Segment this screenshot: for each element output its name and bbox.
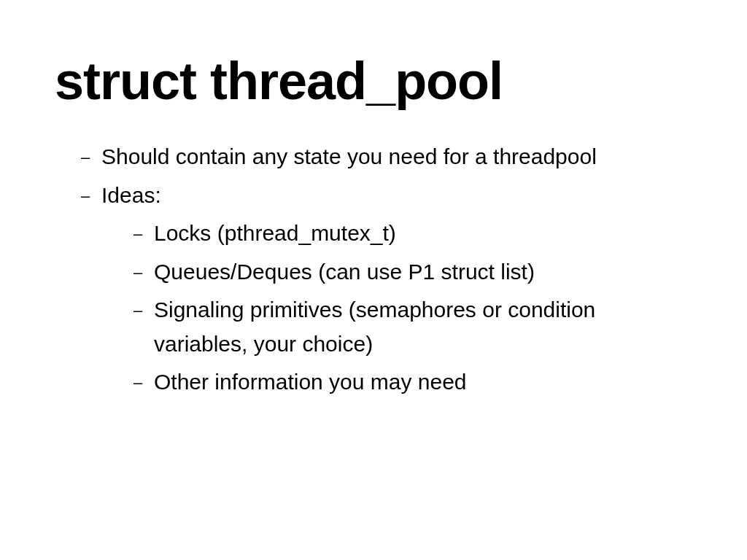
bullet-text: Ideas: (101, 179, 692, 213)
bullet-text: Signaling primitives (semaphores or cond… (154, 293, 692, 361)
bullet-text: Should contain any state you need for a … (101, 140, 692, 174)
bullet-dash-icon: – (133, 365, 154, 395)
list-item: – Queues/Deques (can use P1 struct list) (55, 255, 692, 289)
bullet-text: Locks (pthread_mutex_t) (154, 217, 692, 251)
list-item: – Other information you may need (55, 365, 692, 400)
list-item: – Locks (pthread_mutex_t) (55, 217, 692, 251)
slide-title: struct thread_pool (55, 51, 692, 111)
bullet-dash-icon: – (133, 255, 154, 285)
list-item: – Ideas: (55, 179, 692, 213)
bullet-text: Other information you may need (154, 365, 692, 400)
bullet-text: Queues/Deques (can use P1 struct list) (154, 255, 692, 289)
bullet-dash-icon: – (133, 293, 154, 323)
list-item: – Should contain any state you need for … (55, 140, 692, 174)
list-item: – Signaling primitives (semaphores or co… (55, 293, 692, 361)
bullet-list: – Should contain any state you need for … (55, 140, 692, 400)
bullet-dash-icon: – (133, 217, 154, 246)
bullet-dash-icon: – (81, 140, 101, 170)
bullet-dash-icon: – (81, 179, 101, 209)
